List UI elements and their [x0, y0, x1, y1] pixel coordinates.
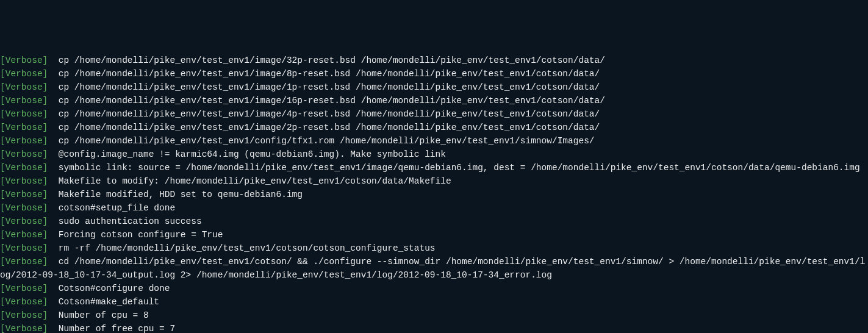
log-level-tag: [Verbose]: [0, 82, 48, 92]
log-level-tag: [Verbose]: [0, 69, 48, 79]
log-message: cp /home/mondelli/pike_env/test_env1/ima…: [48, 96, 605, 106]
log-line: [Verbose] cp /home/mondelli/pike_env/tes…: [0, 134, 868, 148]
log-level-tag: [Verbose]: [0, 284, 48, 293]
log-line: [Verbose] Makefile to modify: /home/mond…: [0, 174, 868, 188]
log-line: [Verbose] cp /home/mondelli/pike_env/tes…: [0, 94, 868, 107]
log-line: [Verbose] cp /home/mondelli/pike_env/tes…: [0, 121, 868, 134]
log-message: cp /home/mondelli/pike_env/test_env1/ima…: [48, 123, 600, 132]
log-message: Cotson#make_default: [48, 297, 159, 307]
log-message: symbolic link: source = /home/mondelli/p…: [48, 163, 859, 173]
log-line: [Verbose] Number of cpu = 8: [0, 309, 868, 322]
log-level-tag: [Verbose]: [0, 56, 48, 65]
log-line: [Verbose] Forcing cotson configure = Tru…: [0, 228, 868, 242]
log-message: @config.image_name != karmic64.img (qemu…: [48, 149, 446, 159]
log-level-tag: [Verbose]: [0, 109, 48, 119]
terminal-output: [Verbose] cp /home/mondelli/pike_env/tes…: [0, 54, 868, 333]
log-level-tag: [Verbose]: [0, 243, 48, 253]
log-line: [Verbose] cp /home/mondelli/pike_env/tes…: [0, 54, 868, 67]
log-message: cp /home/mondelli/pike_env/test_env1/ima…: [48, 82, 600, 92]
log-message: Makefile to modify: /home/mondelli/pike_…: [48, 176, 451, 186]
log-level-tag: [Verbose]: [0, 310, 48, 320]
log-line: [Verbose] cotson#setup_file done: [0, 201, 868, 215]
log-message: rm -rf /home/mondelli/pike_env/test_env1…: [48, 243, 435, 253]
log-line: [Verbose] @config.image_name != karmic64…: [0, 148, 868, 161]
log-line: [Verbose] cp /home/mondelli/pike_env/tes…: [0, 67, 868, 81]
log-level-tag: [Verbose]: [0, 203, 48, 213]
log-message: sudo authentication success: [48, 217, 201, 226]
log-line: [Verbose] Number of free cpu = 7: [0, 322, 868, 333]
log-level-tag: [Verbose]: [0, 257, 48, 267]
log-line: [Verbose] cp /home/mondelli/pike_env/tes…: [0, 107, 868, 121]
log-message: Makefile modified, HDD set to qemu-debia…: [48, 190, 303, 199]
log-line: [Verbose] cd /home/mondelli/pike_env/tes…: [0, 255, 868, 282]
log-message: cp /home/mondelli/pike_env/test_env1/ima…: [48, 56, 605, 65]
log-message: Number of cpu = 8: [48, 310, 148, 320]
log-line: [Verbose] Cotson#configure done: [0, 282, 868, 295]
log-message: cp /home/mondelli/pike_env/test_env1/con…: [48, 136, 594, 146]
log-line: [Verbose] symbolic link: source = /home/…: [0, 161, 868, 174]
log-level-tag: [Verbose]: [0, 324, 48, 333]
log-level-tag: [Verbose]: [0, 297, 48, 307]
log-level-tag: [Verbose]: [0, 96, 48, 106]
log-level-tag: [Verbose]: [0, 217, 48, 226]
log-line: [Verbose] sudo authentication success: [0, 215, 868, 228]
log-level-tag: [Verbose]: [0, 149, 48, 159]
log-level-tag: [Verbose]: [0, 123, 48, 132]
log-message: Number of free cpu = 7: [48, 324, 175, 333]
log-message: cd /home/mondelli/pike_env/test_env1/cot…: [0, 257, 865, 280]
log-level-tag: [Verbose]: [0, 190, 48, 199]
log-line: [Verbose] Cotson#make_default: [0, 295, 868, 309]
log-message: cp /home/mondelli/pike_env/test_env1/ima…: [48, 109, 600, 119]
log-level-tag: [Verbose]: [0, 136, 48, 146]
log-level-tag: [Verbose]: [0, 176, 48, 186]
log-line: [Verbose] rm -rf /home/mondelli/pike_env…: [0, 242, 868, 255]
log-message: cotson#setup_file done: [48, 203, 175, 213]
log-message: Forcing cotson configure = True: [48, 230, 223, 240]
log-level-tag: [Verbose]: [0, 163, 48, 173]
log-message: cp /home/mondelli/pike_env/test_env1/ima…: [48, 69, 600, 79]
log-level-tag: [Verbose]: [0, 230, 48, 240]
log-line: [Verbose] Makefile modified, HDD set to …: [0, 188, 868, 201]
log-message: Cotson#configure done: [48, 284, 170, 293]
log-line: [Verbose] cp /home/mondelli/pike_env/tes…: [0, 81, 868, 94]
